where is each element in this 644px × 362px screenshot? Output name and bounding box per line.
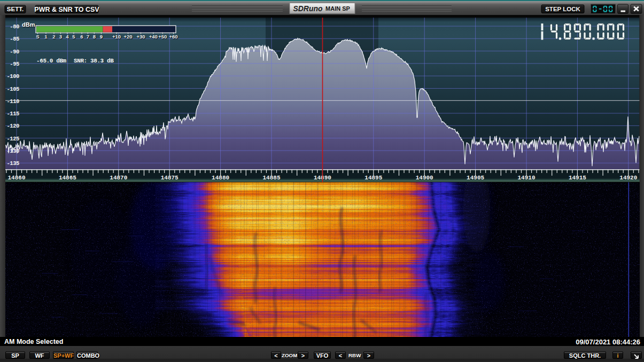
svg-text:STEP LOCK: STEP LOCK (545, 6, 580, 12)
svg-text:9: 9 (100, 34, 103, 40)
svg-text:14900: 14900 (416, 175, 433, 181)
svg-text:+50: +50 (158, 34, 167, 40)
svg-text:+10: +10 (112, 34, 121, 40)
svg-text:+40: +40 (149, 34, 158, 40)
svg-text:14860: 14860 (7, 175, 25, 181)
svg-text:14885: 14885 (262, 175, 280, 181)
svg-text:PWR & SNR TO CSV: PWR & SNR TO CSV (34, 6, 99, 13)
svg-text:SETT.: SETT. (7, 6, 24, 12)
svg-text:14915: 14915 (569, 175, 586, 181)
svg-text:4: 4 (66, 34, 69, 40)
svg-text:-135: -135 (6, 160, 19, 167)
svg-text:-100: -100 (6, 73, 19, 80)
svg-text:-115: -115 (6, 111, 19, 117)
svg-text:14880: 14880 (212, 175, 229, 181)
svg-text:-105: -105 (6, 86, 19, 92)
svg-text:7: 7 (87, 34, 89, 40)
svg-text:-80: -80 (10, 23, 19, 30)
svg-text:6: 6 (80, 34, 83, 40)
svg-text:-120: -120 (6, 123, 19, 129)
svg-text:-85: -85 (10, 36, 19, 42)
svg-text:MAIN SP: MAIN SP (325, 5, 350, 12)
svg-text:14870: 14870 (110, 175, 127, 181)
svg-text:SDRuno: SDRuno (293, 4, 323, 13)
svg-text:14865: 14865 (59, 175, 76, 181)
svg-text:3: 3 (59, 34, 62, 40)
svg-text:S: S (36, 34, 39, 40)
svg-text:dBm: dBm (22, 21, 35, 28)
svg-text:2: 2 (52, 34, 55, 40)
svg-text:14920: 14920 (619, 175, 637, 181)
svg-text:-130: -130 (6, 148, 19, 154)
svg-text:SNR: 38.3 dB: SNR: 38.3 dB (74, 58, 114, 64)
svg-text:14910: 14910 (517, 175, 535, 181)
svg-text:+30: +30 (136, 34, 145, 40)
svg-text:14875: 14875 (161, 175, 179, 181)
svg-text:-65.0 dBm: -65.0 dBm (36, 58, 67, 64)
svg-text:+20: +20 (124, 34, 133, 40)
svg-text:-125: -125 (6, 136, 19, 142)
svg-text:1: 1 (44, 34, 48, 40)
svg-text:14895: 14895 (364, 175, 382, 181)
svg-text:8: 8 (93, 34, 96, 40)
svg-text:-90: -90 (10, 49, 19, 55)
svg-text:-95: -95 (10, 61, 19, 67)
svg-text:-110: -110 (6, 98, 19, 105)
svg-text:+60: +60 (169, 34, 177, 40)
svg-text:14905: 14905 (467, 175, 484, 181)
svg-text:5: 5 (72, 34, 75, 40)
